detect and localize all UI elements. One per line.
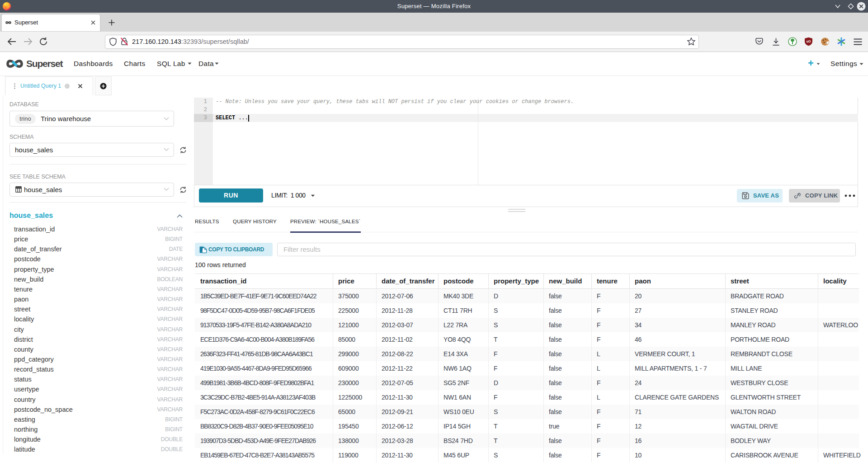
svg-text:uO: uO [807,40,811,43]
